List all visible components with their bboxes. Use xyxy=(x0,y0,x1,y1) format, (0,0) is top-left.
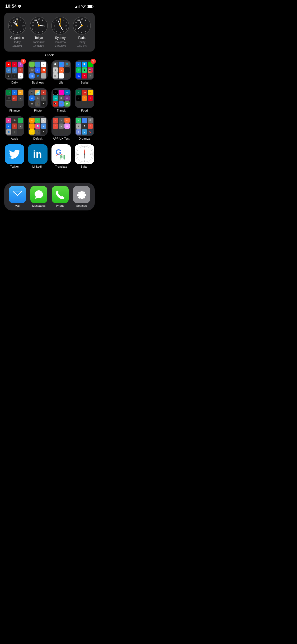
settings-label: Settings xyxy=(76,204,87,207)
folder-finance-label: Finance xyxy=(10,109,20,112)
svg-text:in: in xyxy=(33,149,42,160)
safari-label: Safari xyxy=(81,165,88,168)
svg-text:6: 6 xyxy=(81,31,82,33)
svg-text:11: 11 xyxy=(13,19,15,21)
folder-default[interactable]: ⊙ ⌂ 📋 ✏ 📊 🖥 💡 🎓 ⠿ Default xyxy=(27,116,48,140)
clock-tokyo: 12 3 6 9 1 2 4 5 7 8 10 11 Tokyo Tomorro… xyxy=(30,16,48,48)
folder-transit-label: Transit xyxy=(57,109,65,112)
folder-business-label: Business xyxy=(32,81,44,84)
svg-text:9: 9 xyxy=(32,25,34,27)
folder-apple-label: Apple xyxy=(11,137,18,140)
svg-text:翻: 翻 xyxy=(60,154,65,160)
clock-widget[interactable]: 12 3 6 9 1 2 4 5 7 8 10 11 Cupertino Tod… xyxy=(4,13,95,52)
translate-label: Translate xyxy=(55,165,67,168)
status-time-area: 10:54 xyxy=(5,4,21,9)
svg-point-40 xyxy=(38,25,40,26)
svg-text:3: 3 xyxy=(22,25,23,27)
phone-label: Phone xyxy=(56,204,64,207)
location-icon xyxy=(18,5,21,8)
app-twitter[interactable]: Twitter xyxy=(4,144,25,168)
safari-icon: N S W E xyxy=(75,144,94,164)
folder-appux[interactable]: m e F P A ✿ APP/UX Test xyxy=(51,116,72,140)
dock: Mail Messages Phone Settings xyxy=(4,183,95,210)
cupertino-day: Today xyxy=(14,41,21,44)
folder-life[interactable]: 🕐 🌐 🌐 ☰ ● ✦ ▤ Life xyxy=(51,60,72,84)
folder-appux-label: APP/UX Test xyxy=(53,137,69,140)
app-safari[interactable]: N S W E Safari xyxy=(74,144,95,168)
twitter-label: Twitter xyxy=(10,165,19,168)
badge-daily: 1 xyxy=(21,59,26,64)
svg-text:12: 12 xyxy=(59,18,61,20)
svg-text:10: 10 xyxy=(32,22,34,23)
folder-social-label: Social xyxy=(81,81,88,84)
clock-face-tokyo: 12 3 6 9 1 2 4 5 7 8 10 11 xyxy=(30,16,48,35)
signal-icon xyxy=(75,5,80,8)
badge-social: 1 xyxy=(91,59,96,64)
twitter-icon xyxy=(5,144,24,164)
svg-rect-1 xyxy=(93,6,94,7)
status-icons xyxy=(75,5,94,8)
svg-text:3: 3 xyxy=(44,25,45,27)
svg-text:10: 10 xyxy=(75,22,77,23)
folder-business[interactable]: ↑ ↑ fi CW L 📊 G 🔵 → Business xyxy=(27,60,48,84)
clock-face-cupertino: 12 3 6 9 1 2 4 5 7 8 10 11 xyxy=(8,16,26,35)
mail-label: Mail xyxy=(15,204,20,207)
time-display: 10:54 xyxy=(5,4,17,9)
app-linkedin[interactable]: in LinkedIn xyxy=(27,144,48,168)
folder-apple[interactable]: ♥ 📚 🎵 A ★ ▶ 👤 ⊙ Apple xyxy=(4,116,25,140)
folder-photo[interactable]: 📷 🖼 ★ G D F ⌨ 🎓 ⠿ Photo xyxy=(27,88,48,112)
clock-face-paris: 12 3 6 9 1 2 4 5 7 8 10 11 xyxy=(73,16,91,35)
folder-daily-label: Daily xyxy=(11,81,18,84)
dock-settings[interactable]: Settings xyxy=(73,186,90,207)
cupertino-hrs: +0HRS xyxy=(12,45,22,48)
svg-point-23 xyxy=(16,25,18,26)
messages-icon xyxy=(30,186,47,203)
svg-text:11: 11 xyxy=(77,19,79,21)
translate-icon: G 翻 xyxy=(51,144,71,164)
dock-phone[interactable]: Phone xyxy=(52,186,69,207)
folder-daily[interactable]: 1 ▶ P 🎙 W W ✉ U N ⌂ Daily xyxy=(4,60,25,84)
sydney-label: Sydney xyxy=(55,36,65,40)
mail-icon xyxy=(9,186,26,203)
folder-organize[interactable]: E C ⊞ 👁 ⚗ ✕ D ● 🔖 Organize xyxy=(74,116,95,140)
svg-point-86 xyxy=(84,154,85,155)
folder-photo-label: Photo xyxy=(34,109,42,112)
dock-mail[interactable]: Mail xyxy=(9,186,26,207)
linkedin-icon: in xyxy=(28,144,48,164)
clock-sydney: 12 3 6 9 1 2 4 5 7 8 10 11 Sydney Tomorr… xyxy=(51,16,69,48)
folder-organize-label: Organize xyxy=(79,137,91,140)
app-translate[interactable]: G 翻 Translate xyxy=(51,144,72,168)
svg-rect-2 xyxy=(88,5,92,8)
status-bar: 10:54 xyxy=(0,0,99,11)
svg-point-74 xyxy=(81,25,83,26)
phone-icon xyxy=(52,186,69,203)
svg-text:6: 6 xyxy=(17,31,18,33)
app-grid: 1 ▶ P 🎙 W W ✉ U N ⌂ Daily ↑ ↑ fi CW L 📊 … xyxy=(0,59,99,169)
svg-text:9: 9 xyxy=(76,25,77,27)
clock-cupertino: 12 3 6 9 1 2 4 5 7 8 10 11 Cupertino Tod… xyxy=(8,16,26,48)
folder-finance[interactable]: TD W XE ⬛ C+ ═ Finance xyxy=(4,88,25,112)
messages-label: Messages xyxy=(32,204,45,207)
tokyo-hrs: +17HRS xyxy=(33,45,44,48)
folder-transit[interactable]: U L m evo ⊞ U 🚇 📍 🗺 Transit xyxy=(51,88,72,112)
svg-point-57 xyxy=(59,25,61,26)
tokyo-label: Tokyo xyxy=(35,36,43,40)
clock-face-sydney: 12 3 6 9 1 2 4 5 7 8 10 11 xyxy=(51,16,69,35)
settings-icon xyxy=(73,186,90,203)
sydney-hrs: +19HRS xyxy=(55,45,66,48)
sydney-day: Tomorrow xyxy=(54,41,66,44)
svg-text:9: 9 xyxy=(54,25,55,27)
svg-text:9: 9 xyxy=(11,25,12,27)
linkedin-label: LinkedIn xyxy=(32,165,44,168)
folder-food-label: Food xyxy=(81,109,88,112)
battery-icon xyxy=(87,5,94,8)
svg-text:6: 6 xyxy=(60,31,61,33)
svg-text:10: 10 xyxy=(10,22,12,23)
svg-text:6: 6 xyxy=(38,31,39,33)
tokyo-day: Tomorrow xyxy=(33,41,45,44)
paris-day: Today xyxy=(78,41,86,44)
folder-food[interactable]: S TH M U S S Food xyxy=(74,88,95,112)
paris-hrs: +9HRS xyxy=(77,45,87,48)
folder-social[interactable]: 1 f 💬 L W 📱 📷 Be P ⊙ Social xyxy=(74,60,95,84)
dock-messages[interactable]: Messages xyxy=(30,186,47,207)
